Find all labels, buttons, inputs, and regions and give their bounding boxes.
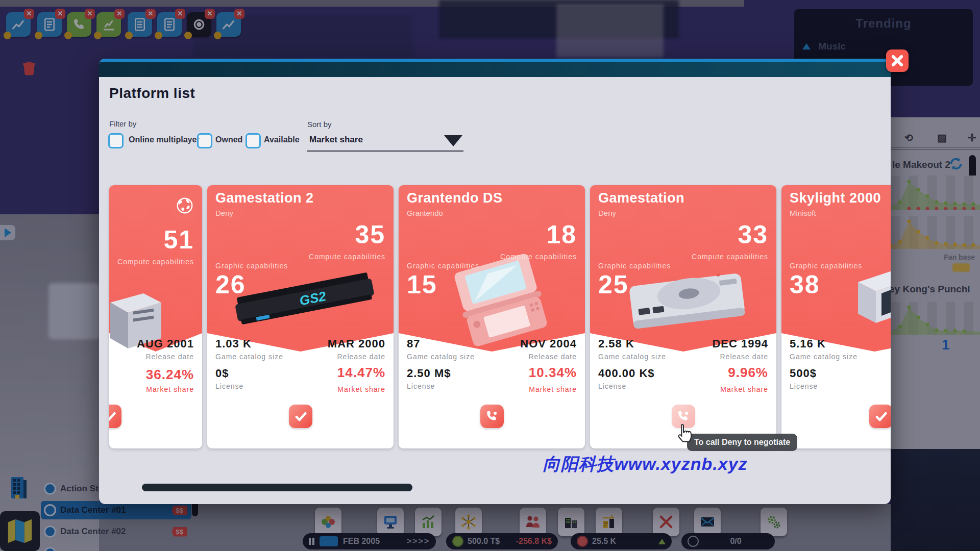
- market-share-label: Market share: [529, 385, 577, 393]
- compute-value: 18: [546, 222, 577, 247]
- platform-name: Gamestation: [598, 190, 684, 206]
- platform-company: Minisoft: [790, 209, 816, 217]
- check-icon: [874, 409, 888, 423]
- release-date-label: Release date: [145, 353, 194, 361]
- console-art-retro-computer: [838, 257, 891, 348]
- catalog-label: Game catalog size: [598, 353, 666, 361]
- checkbox-label: Online multiplayer: [129, 135, 200, 144]
- catalog-value: 2.58 K: [598, 337, 634, 350]
- call-to-negotiate-button[interactable]: [480, 405, 504, 428]
- compute-label: Compute capabilities: [692, 253, 768, 261]
- release-date-value: MAR 2000: [328, 337, 385, 350]
- checkbox-label: Available: [264, 135, 300, 144]
- market-share-label: Market share: [146, 385, 194, 393]
- license-value: 400.00 K$: [598, 367, 655, 380]
- market-share-value: 36.24%: [146, 367, 194, 383]
- platform-card-skylight-2000: Skylight 2000 Minisoft Graphic capabilit…: [781, 185, 891, 448]
- license-value: 500$: [790, 367, 817, 380]
- compute-label: Compute capabilities: [500, 253, 577, 261]
- market-share-value: 14.47%: [337, 365, 385, 381]
- platform-company: Deny: [215, 209, 233, 217]
- online-multiplayer-icon: [176, 196, 194, 215]
- release-date-label: Release date: [720, 353, 768, 361]
- phone-icon: [485, 409, 499, 423]
- catalog-label: Game catalog size: [215, 353, 283, 361]
- checkbox-online-multiplayer[interactable]: [108, 133, 124, 148]
- dialog-header-bar: [99, 62, 891, 77]
- watermark-text: 向阳科技www.xyznb.xyz: [456, 453, 834, 476]
- compute-label: Compute capabilities: [309, 253, 385, 261]
- graphic-value: 15: [407, 272, 437, 297]
- sort-by-label: Sort by: [307, 120, 332, 129]
- graphic-label: Graphic capabilities: [407, 262, 479, 270]
- checkbox-label: Owned: [215, 135, 242, 144]
- close-dialog-button[interactable]: [886, 49, 909, 72]
- catalog-value: 5.16 K: [790, 337, 826, 350]
- platform-card-gamestation: Gamestation Deny 33 Compute capabilities…: [590, 185, 776, 448]
- chevron-down-icon: [444, 135, 462, 146]
- release-date-value: DEC 1994: [712, 337, 768, 350]
- market-share-value: 9.96%: [728, 365, 768, 381]
- platform-company: Deny: [598, 209, 616, 217]
- checkbox-owned[interactable]: [197, 133, 212, 148]
- graphic-value: 26: [215, 272, 246, 297]
- license-label: License: [215, 382, 243, 390]
- platform-company: Grantendo: [407, 209, 443, 217]
- platform-name: Gamestation 2: [215, 190, 314, 206]
- market-share-label: Market share: [337, 385, 385, 393]
- catalog-label: Game catalog size: [790, 353, 857, 361]
- release-date-value: AUG 2001: [137, 337, 194, 350]
- svg-text:■: ■: [716, 271, 720, 278]
- market-share-label: Market share: [720, 385, 768, 393]
- phone-icon: [676, 409, 691, 423]
- hand-cursor: [674, 422, 696, 445]
- check-icon: [293, 409, 308, 423]
- catalog-value: 1.03 K: [215, 337, 252, 350]
- market-share-value: 10.34%: [529, 365, 577, 381]
- catalog-label: Game catalog size: [407, 353, 475, 361]
- close-icon: [890, 54, 904, 68]
- sort-selected-value: Market share: [309, 135, 363, 145]
- license-value: 2.50 M$: [407, 367, 451, 380]
- compute-value: 35: [355, 222, 385, 247]
- compute-value: 33: [738, 222, 768, 247]
- graphic-label: Graphic capabilities: [215, 262, 288, 270]
- release-date-label: Release date: [528, 353, 577, 361]
- checkbox-available[interactable]: [246, 133, 261, 148]
- license-label: License: [407, 382, 435, 390]
- owned-check-button[interactable]: [109, 405, 121, 428]
- platform-name: Grantendo DS: [407, 190, 503, 206]
- license-value: 0$: [215, 367, 229, 380]
- graphic-label: Graphic capabilities: [790, 262, 862, 270]
- tooltip: To call Deny to negotiate: [687, 434, 797, 451]
- catalog-value: 87: [407, 337, 420, 350]
- filter-by-label: Filter by: [109, 119, 136, 128]
- license-label: License: [598, 382, 626, 390]
- platform-card-grantendo-ds: Grantendo DS Grantendo 18 Compute capabi…: [399, 185, 585, 448]
- screen: ✕ ✕ ✕ ✕ ✕ ✕ ✕ ✕: [0, 0, 980, 551]
- owned-check-button[interactable]: [869, 405, 891, 428]
- check-icon: [109, 409, 117, 423]
- release-date-value: NOV 2004: [520, 337, 577, 350]
- compute-value: 51: [163, 227, 194, 253]
- platform-name: Skylight 2000: [790, 190, 881, 206]
- dropdown-underline: [307, 151, 463, 152]
- license-label: License: [790, 382, 818, 390]
- graphic-label: Graphic capabilities: [598, 262, 671, 270]
- graphic-value: 25: [598, 272, 629, 297]
- platform-card-gamestation-2: Gamestation 2 Deny 35 Compute capabiliti…: [207, 185, 394, 448]
- release-date-label: Release date: [337, 353, 385, 361]
- compute-label: Compute capabilities: [117, 258, 194, 266]
- dialog-title: Platform list: [109, 85, 195, 102]
- cards-horizontal-scrollbar[interactable]: [142, 484, 412, 491]
- graphic-value: 38: [790, 272, 820, 297]
- platform-card-partial: 51 Compute capabilities AUG 2001 Release…: [109, 185, 202, 448]
- platform-cards-row: 51 Compute capabilities AUG 2001 Release…: [109, 185, 891, 448]
- owned-check-button[interactable]: [289, 405, 312, 428]
